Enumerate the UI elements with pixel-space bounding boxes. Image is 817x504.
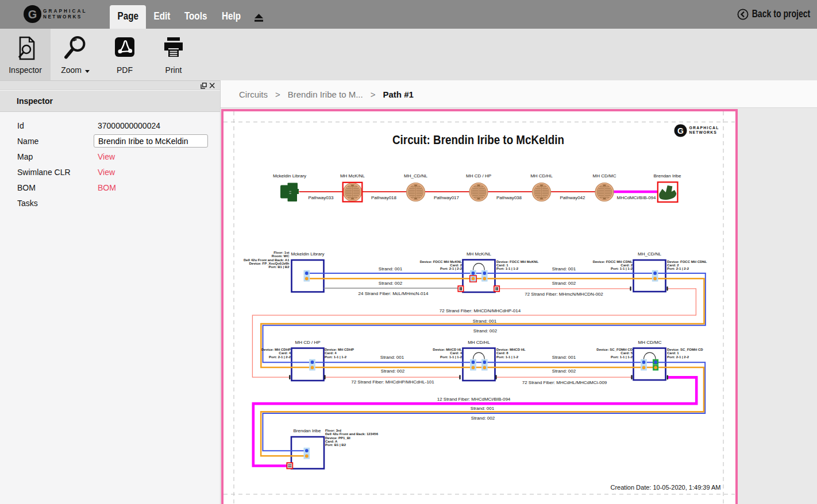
svg-text:12 Strand Fiber: MHCdMCi/BIB-0: 12 Strand Fiber: MHCdMCi/BIB-094 [437, 397, 511, 402]
svg-text:Strand: 002: Strand: 002 [473, 328, 498, 334]
svg-text:Port: 2-1 | 2-2: Port: 2-1 | 2-2 [667, 355, 689, 359]
svg-text:Card: 4: Card: 4 [279, 351, 291, 355]
svg-text:Strand: 001: Strand: 001 [552, 355, 576, 360]
svg-text:Device: MHCD HL: Device: MHCD HL [433, 348, 462, 351]
svg-text:72 Strand Fiber: MHCdHP/MHCdHL: 72 Strand Fiber: MHCdHP/MHCdHL-101 [351, 379, 434, 385]
svg-text:72 Strand Fiber: MHmcN/MHCDN-0: 72 Strand Fiber: MHmcN/MHCDN-002 [525, 292, 603, 297]
svg-text:Floor: 3rd: Floor: 3rd [325, 429, 341, 432]
svg-text:Port: 1-1 | 1-2: Port: 1-1 | 1-2 [611, 355, 633, 359]
svg-text:NETWORKS: NETWORKS [43, 14, 82, 20]
svg-text:Dell 42u Front and Back: 12345: Dell 42u Front and Back: 123456 [325, 432, 379, 436]
svg-text:Strand: 002: Strand: 002 [552, 369, 576, 374]
svg-text:Device: MHCD HL: Device: MHCD HL [496, 348, 526, 351]
svg-text:Device: MH CDHP: Device: MH CDHP [261, 348, 291, 351]
svg-text:Card: 8: Card: 8 [496, 351, 508, 355]
svg-text:MH McK/NL: MH McK/NL [340, 173, 365, 179]
svg-text:MH_CD/NL: MH_CD/NL [638, 251, 661, 257]
svg-text:Port: 1-1 | 1-2: Port: 1-1 | 1-2 [611, 267, 633, 270]
svg-text:Mckeldin Library: Mckeldin Library [291, 251, 324, 257]
svg-text:72 Strand Fiber: MHCDN/MHCdHP-: 72 Strand Fiber: MHCDN/MHCdHP-014 [440, 308, 521, 313]
svg-text:Pathway017: Pathway017 [434, 195, 460, 200]
svg-text:Floor: 1st: Floor: 1st [273, 251, 289, 254]
svg-text:Strand: 002: Strand: 002 [379, 281, 403, 286]
svg-text:Pathway018: Pathway018 [371, 195, 397, 200]
svg-text:MH McK/NL: MH McK/NL [467, 251, 492, 257]
svg-text:Card: 4: Card: 4 [325, 351, 337, 355]
svg-text:Device: PP1_BI: Device: PP1_BI [325, 436, 350, 440]
svg-text:Card: 1: Card: 1 [667, 351, 679, 355]
svg-text:MH CD / HP: MH CD / HP [466, 173, 491, 179]
svg-text:Port: 2-1 | 2-2: Port: 2-1 | 2-2 [269, 355, 291, 359]
svg-text:Port: B1 | B2: Port: B1 | B2 [325, 443, 346, 447]
svg-text:Card: 2: Card: 2 [667, 263, 679, 267]
svg-text:Port: B1 | B2: Port: B1 | B2 [268, 265, 290, 269]
svg-text:Dell 42u Front and Back: A1: Dell 42u Front and Back: A1 [244, 258, 290, 262]
svg-text:Pathway033: Pathway033 [308, 195, 334, 200]
svg-text:MH CD/HL: MH CD/HL [530, 173, 553, 179]
svg-text:G: G [28, 8, 37, 21]
svg-text:Pathway038: Pathway038 [496, 195, 522, 200]
svg-text:Device: FOCC MH McKNL: Device: FOCC MH McKNL [496, 260, 539, 263]
svg-text:Card: 2: Card: 2 [450, 263, 462, 267]
svg-text:Device: FOCC MH McKNL: Device: FOCC MH McKNL [420, 260, 463, 263]
svg-text:NETWORKS: NETWORKS [689, 130, 717, 134]
svg-text:Device: SC_FOMH CD: Device: SC_FOMH CD [596, 348, 633, 351]
svg-text:Pathway042: Pathway042 [560, 195, 585, 200]
svg-text:MH CD/MC: MH CD/MC [638, 340, 662, 345]
svg-text:Card: 1: Card: 1 [496, 263, 508, 267]
svg-text:Device: FP_XocQo0Jz6h: Device: FP_XocQo0Jz6h [249, 262, 289, 265]
svg-text:Port: 2-1 | 2-2: Port: 2-1 | 2-2 [667, 267, 689, 270]
svg-text:Strand: 002: Strand: 002 [381, 369, 405, 374]
svg-text:Strand: 001: Strand: 001 [379, 266, 403, 272]
svg-text:Device: SC_FOMH CD: Device: SC_FOMH CD [667, 348, 703, 351]
svg-text:Brendan Iribe: Brendan Iribe [293, 428, 321, 433]
svg-text:MH_CD/NL: MH_CD/NL [404, 173, 427, 179]
svg-text:Port: 1-1 | 1-2: Port: 1-1 | 1-2 [440, 355, 463, 359]
svg-text:72 Strand Fiber: MHCdHL/MHCdMC: 72 Strand Fiber: MHCdHL/MHCdMCi-009 [522, 380, 607, 385]
svg-text:Device: MH CDHP: Device: MH CDHP [325, 348, 354, 351]
svg-text:MH CD/MC: MH CD/MC [593, 173, 616, 179]
svg-text:Strand: 001: Strand: 001 [473, 319, 497, 324]
svg-text:Brendan Iribe: Brendan Iribe [653, 173, 681, 179]
svg-text:Strand: 002: Strand: 002 [471, 416, 495, 421]
svg-text:Port: 1-1 | 1-2: Port: 1-1 | 1-2 [325, 355, 347, 359]
svg-text:Card: A: Card: A [325, 440, 338, 443]
svg-text:Creation Date: 10-05-2020, 1:4: Creation Date: 10-05-2020, 1:49:39 AM [610, 484, 720, 491]
svg-text:Port: 2-1 | 2-2: Port: 2-1 | 2-2 [440, 267, 463, 270]
svg-text:Port: 1-1 | 1-2: Port: 1-1 | 1-2 [496, 355, 519, 359]
svg-text:Card: 4: Card: 4 [450, 351, 462, 355]
svg-text:24 Strand Fiber: McL/MHmcN-014: 24 Strand Fiber: McL/MHmcN-014 [359, 291, 429, 296]
svg-text:Strand: 001: Strand: 001 [380, 355, 404, 360]
svg-text:GRAPHICAL: GRAPHICAL [689, 126, 719, 130]
svg-text:MHCdMCi/BIB-094: MHCdMCi/BIB-094 [616, 195, 656, 200]
svg-text:Strand: 002: Strand: 002 [552, 281, 576, 286]
svg-text:MH CD/HL: MH CD/HL [468, 340, 490, 345]
svg-text:Room: WC: Room: WC [272, 254, 290, 258]
svg-text:Device: FOCC MH CDNL: Device: FOCC MH CDNL [667, 260, 707, 263]
svg-text:Strand: 001: Strand: 001 [552, 266, 576, 272]
svg-text:G: G [677, 126, 684, 135]
svg-text:Port: 1-1 | 1-2: Port: 1-1 | 1-2 [496, 267, 519, 270]
svg-text:Strand: 001: Strand: 001 [471, 406, 495, 411]
svg-text:Circuit: Brendin Iribe to McKe: Circuit: Brendin Iribe to McKeldin [392, 133, 564, 147]
svg-text:Card: 2: Card: 2 [621, 263, 633, 267]
svg-text:MH CD / HP: MH CD / HP [295, 340, 321, 345]
svg-text:Card: 5: Card: 5 [621, 351, 633, 355]
svg-text:Mckeldin Library: Mckeldin Library [273, 173, 306, 179]
svg-text:GRAPHICAL: GRAPHICAL [43, 9, 87, 14]
svg-text:Device: FOCC MH CDNL: Device: FOCC MH CDNL [593, 260, 633, 263]
